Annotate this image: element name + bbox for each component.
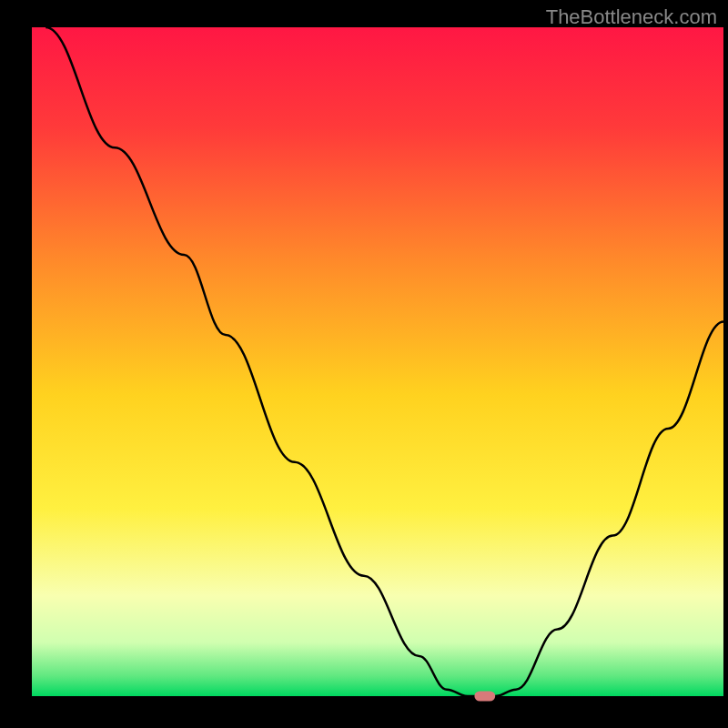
chart-container: TheBottleneck.com <box>0 0 728 728</box>
bottleneck-chart <box>0 0 728 728</box>
optimal-marker <box>474 691 495 701</box>
gradient-background <box>32 27 723 696</box>
watermark-text: TheBottleneck.com <box>546 5 717 29</box>
